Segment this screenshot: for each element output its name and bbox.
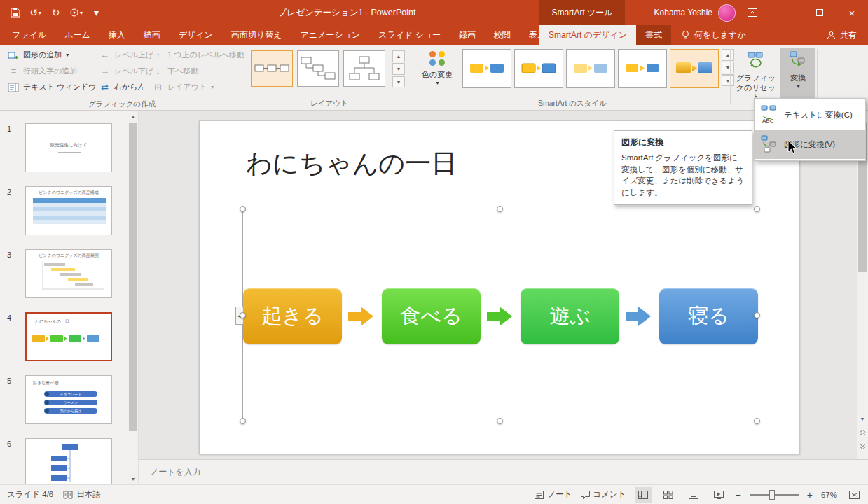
selection-handle-top-right[interactable]: [754, 206, 760, 212]
close-button[interactable]: ×: [836, 0, 868, 25]
zoom-in-button[interactable]: +: [807, 489, 813, 500]
selection-handle-middle-right[interactable]: [754, 312, 760, 318]
slide-thumbnail-4[interactable]: わにちゃんの一日: [25, 312, 112, 361]
style-gallery-item-4[interactable]: [618, 49, 667, 88]
tab-draw[interactable]: 描画: [135, 25, 170, 45]
notes-placeholder[interactable]: ノートを入力: [150, 466, 201, 478]
gallery-scroll-down-button[interactable]: ▼: [392, 63, 405, 75]
tab-slideshow[interactable]: スライド ショー: [369, 25, 450, 45]
slide-scrollbar[interactable]: ▲ ▼: [857, 111, 868, 459]
smartart-shape-asobu[interactable]: 遊ぶ: [521, 288, 619, 344]
style-gallery-item-3[interactable]: [566, 49, 615, 88]
selection-handle-bottom-center[interactable]: [497, 418, 503, 424]
smartart-shape-okiru[interactable]: 起きる: [243, 288, 342, 344]
scroll-down-arrow[interactable]: ▼: [128, 473, 139, 484]
demote-button[interactable]: → レベル下げ: [95, 63, 157, 79]
layout-button[interactable]: ⊞ レイアウト ▾: [149, 79, 248, 95]
slide-indicator[interactable]: スライド 4/6: [7, 489, 53, 500]
layout-gallery-item-1[interactable]: [251, 50, 293, 87]
zoom-slider-thumb[interactable]: [769, 490, 775, 500]
slide-thumbnail-5[interactable]: 好きな食べ物 チョコレート ラーメン 鶏のから揚げ: [25, 375, 112, 424]
selection-handle-middle-left[interactable]: [240, 312, 246, 318]
slide-thumbnail-3[interactable]: ピンクのワニグッズの商品展開: [25, 249, 112, 298]
tab-file[interactable]: ファイル: [3, 25, 55, 45]
slide-thumbnail-6[interactable]: [25, 438, 112, 484]
gallery-scroll-up-button[interactable]: ▲: [722, 49, 734, 61]
save-button[interactable]: [6, 3, 25, 22]
slide-thumbnail-2[interactable]: ピンクのワニグッズの商品構成: [25, 186, 112, 235]
tell-me-box[interactable]: 何をしますか: [674, 25, 752, 45]
slideshow-view-button[interactable]: [710, 487, 727, 503]
move-up-button[interactable]: ↑ 1 つ上のレベルへ移動: [149, 47, 248, 63]
slide-title[interactable]: わにちゃんの一日: [246, 146, 457, 181]
scrollbar-thumb[interactable]: [129, 123, 137, 431]
scroll-up-arrow[interactable]: ▲: [128, 111, 139, 122]
promote-button[interactable]: ← レベル上げ: [95, 47, 157, 63]
zoom-slider[interactable]: [750, 490, 799, 500]
touch-mode-button[interactable]: ▾: [67, 3, 85, 22]
menu-item-convert-to-shapes[interactable]: 図形に変換(V): [755, 130, 865, 159]
add-shape-button[interactable]: 図形の追加 ▾: [4, 47, 99, 63]
smartart-shape-neru[interactable]: 寝る: [659, 288, 758, 344]
customize-qat-button[interactable]: ▾: [87, 3, 106, 22]
tab-smartart-format[interactable]: 書式: [636, 25, 671, 45]
text-pane-button[interactable]: テキスト ウィンドウ: [4, 79, 99, 95]
tab-smartart-design[interactable]: SmartArt のデザイン: [539, 25, 636, 45]
zoom-level[interactable]: 67%: [821, 491, 837, 499]
redo-button[interactable]: ↻: [46, 3, 65, 22]
move-down-button[interactable]: ↓ 下へ移動: [149, 63, 248, 79]
account-chip[interactable]: Kohama Yoshie: [616, 0, 736, 25]
maximize-button[interactable]: [804, 0, 836, 25]
layout-gallery-item-3[interactable]: [343, 50, 385, 87]
panel-scrollbar[interactable]: ▲ ▼: [128, 111, 139, 484]
notes-pane[interactable]: ノートを入力: [139, 459, 868, 484]
layout-gallery-item-2[interactable]: [297, 50, 339, 87]
selection-handle-bottom-right[interactable]: [754, 418, 760, 424]
smartart-arrow-3[interactable]: [626, 305, 651, 328]
gallery-more-button[interactable]: ▼: [392, 76, 405, 88]
ribbon-display-options-button[interactable]: [741, 0, 764, 25]
tab-transitions[interactable]: 画面切り替え: [222, 25, 291, 45]
thumb-list-item: チョコレート: [44, 391, 97, 397]
tab-insert[interactable]: 挿入: [99, 25, 135, 45]
notes-toggle-button[interactable]: ノート: [535, 489, 572, 500]
style-gallery-item-5[interactable]: [670, 49, 719, 88]
change-colors-button[interactable]: 色の変更 ▾: [418, 48, 457, 87]
next-slide-button[interactable]: [857, 441, 868, 452]
reading-view-button[interactable]: [685, 487, 702, 503]
slide-thumbnail-1[interactable]: 販売促進に向けて: [25, 123, 112, 172]
selection-handle-top-center[interactable]: [497, 206, 503, 212]
smartart-arrow-2[interactable]: [487, 305, 512, 328]
gallery-more-button[interactable]: ▼: [722, 74, 734, 86]
tab-record[interactable]: 録画: [450, 25, 485, 45]
tab-design[interactable]: デザイン: [170, 25, 222, 45]
smartart-selection-frame[interactable]: ◀ 起きる 食べる 遊ぶ: [242, 209, 757, 421]
smartart-shape-taberu[interactable]: 食べる: [382, 288, 481, 344]
zoom-out-button[interactable]: −: [736, 489, 741, 500]
comments-toggle-button[interactable]: コメント: [581, 489, 626, 500]
fit-slide-to-window-button[interactable]: [846, 487, 862, 503]
tab-animations[interactable]: アニメーション: [291, 25, 369, 45]
menu-item-convert-to-text[interactable]: ABC テキストに変換(C): [755, 100, 865, 130]
slide-sorter-view-button[interactable]: [660, 487, 677, 503]
selection-handle-top-left[interactable]: [240, 206, 246, 212]
reset-graphic-button[interactable]: グラフィックのリセット: [734, 48, 778, 102]
add-bullet-button[interactable]: ≡ 行頭文字の追加: [4, 63, 99, 79]
tab-review[interactable]: 校閲: [485, 25, 520, 45]
selection-handle-bottom-left[interactable]: [240, 418, 246, 424]
minimize-button[interactable]: [771, 0, 803, 25]
tab-home[interactable]: ホーム: [55, 25, 99, 45]
normal-view-button[interactable]: [635, 487, 652, 503]
scroll-down-arrow[interactable]: ▼: [857, 413, 868, 424]
share-button[interactable]: 共有: [820, 25, 864, 45]
style-gallery-item-2[interactable]: [514, 49, 563, 88]
gallery-scroll-down-button[interactable]: ▼: [722, 62, 734, 74]
style-gallery-item-1[interactable]: [462, 49, 511, 88]
undo-button[interactable]: ↺▾: [26, 3, 45, 22]
language-button[interactable]: 日本語: [63, 489, 101, 500]
avatar[interactable]: [718, 4, 736, 22]
previous-slide-button[interactable]: [857, 427, 868, 438]
right-to-left-button[interactable]: ⇄ 右から左: [95, 79, 157, 95]
gallery-scroll-up-button[interactable]: ▲: [392, 50, 405, 62]
smartart-arrow-1[interactable]: [348, 305, 373, 328]
